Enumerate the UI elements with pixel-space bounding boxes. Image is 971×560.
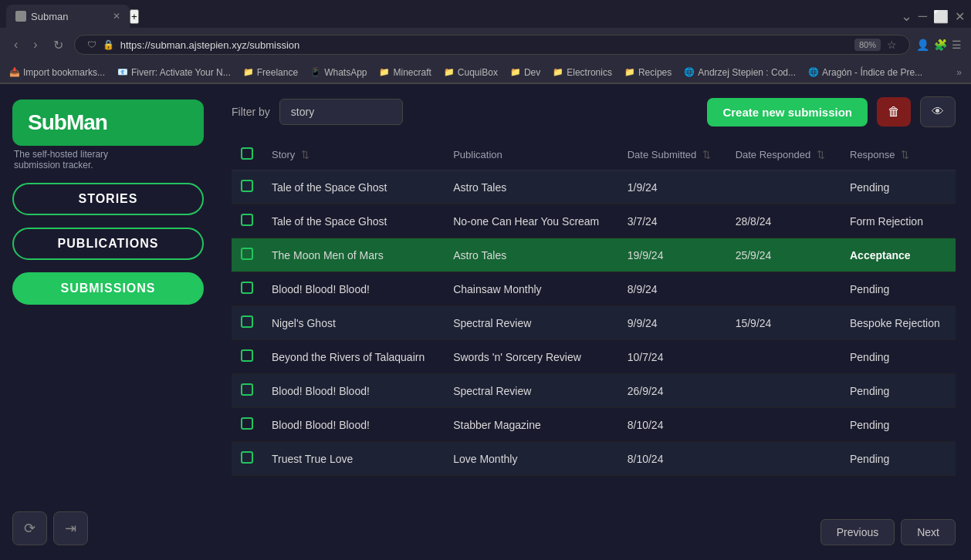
bookmark-aragon[interactable]: 🌐 Aragón - Índice de Pre...: [808, 67, 922, 78]
back-button[interactable]: ‹: [9, 35, 22, 55]
bookmark-fiverr[interactable]: 📧 Fiverr: Activate Your N...: [117, 67, 231, 78]
close-window-button[interactable]: ✕: [955, 9, 965, 24]
bookmark-label: Aragón - Índice de Pre...: [822, 67, 922, 78]
next-button[interactable]: Next: [901, 519, 956, 545]
row-checkbox[interactable]: [241, 383, 253, 396]
row-checkbox[interactable]: [241, 180, 253, 192]
col-header-date-responded[interactable]: Date Responded ⇅: [726, 140, 841, 170]
sidebar-item-publications[interactable]: PUBLICATIONS: [12, 228, 204, 260]
table-row[interactable]: Blood! Blood! Blood! Chainsaw Monthly 8/…: [232, 272, 956, 306]
aragon-icon: 🌐: [808, 67, 819, 77]
row-story: Beyond the Rivers of Talaquairn: [262, 340, 444, 374]
bookmark-minecraft[interactable]: 📁 Minecraft: [379, 67, 431, 78]
row-checkbox[interactable]: [241, 282, 253, 294]
table-row[interactable]: Blood! Blood! Blood! Spectral Review 26/…: [232, 374, 956, 408]
row-date-submitted: 8/10/24: [618, 408, 726, 442]
row-checkbox[interactable]: [241, 417, 253, 430]
row-response: Pending: [841, 408, 956, 442]
row-publication: Swords 'n' Sorcery Review: [444, 340, 618, 374]
tab-close-button[interactable]: ✕: [113, 11, 120, 22]
row-checkbox[interactable]: [241, 451, 253, 464]
table-row[interactable]: Tale of the Space Ghost No-one Can Hear …: [232, 204, 956, 238]
delete-button[interactable]: 🗑: [877, 97, 911, 127]
row-date-responded: 25/9/24: [726, 238, 841, 272]
row-checkbox[interactable]: [241, 214, 253, 226]
sidebar-item-stories[interactable]: STORIES: [12, 183, 204, 215]
bookmark-electronics[interactable]: 📁 Electronics: [553, 67, 612, 78]
date-responded-sort-icon: ⇅: [817, 149, 825, 160]
bookmark-dev[interactable]: 📁 Dev: [510, 67, 540, 78]
row-story: Blood! Blood! Blood!: [262, 272, 444, 306]
bookmark-label: Recipes: [638, 67, 672, 78]
table-row[interactable]: Beyond the Rivers of Talaquairn Swords '…: [232, 340, 956, 374]
table-row[interactable]: Truest True Love Love Monthly 8/10/24 Pe…: [232, 442, 956, 476]
create-submission-button[interactable]: Create new submission: [707, 98, 868, 127]
show-more-bookmarks[interactable]: »: [956, 67, 962, 78]
bookmark-label: Electronics: [567, 67, 612, 78]
submissions-table-container: Story ⇅ Publication Date Submitted ⇅ Dat…: [232, 140, 956, 510]
row-date-submitted: 8/10/24: [618, 442, 726, 476]
row-checkbox[interactable]: [241, 349, 253, 362]
sidebar-item-submissions[interactable]: SUBMISSIONS: [12, 272, 204, 305]
bookmark-freelance[interactable]: 📁 Freelance: [243, 67, 298, 78]
col-header-publication: Publication: [444, 140, 618, 170]
row-date-submitted: 19/9/24: [618, 238, 726, 272]
row-checkbox-cell: [232, 340, 262, 374]
reload-button[interactable]: ↻: [49, 35, 68, 56]
logo-tagline: The self-hosted literarysubmission track…: [12, 149, 204, 170]
row-story: Nigel's Ghost: [262, 306, 444, 340]
bookmark-star-icon[interactable]: ☆: [887, 39, 897, 51]
row-date-submitted: 8/9/24: [618, 272, 726, 306]
table-row[interactable]: Tale of the Space Ghost Astro Tales 1/9/…: [232, 170, 956, 204]
toolbar: Filter by Create new submission 🗑 👁: [232, 96, 956, 127]
delete-icon: 🗑: [888, 105, 900, 118]
row-date-submitted: 1/9/24: [618, 170, 726, 204]
row-publication: Love Monthly: [444, 442, 618, 476]
col-header-story[interactable]: Story ⇅: [262, 140, 444, 170]
table-row[interactable]: The Moon Men of Mars Astro Tales 19/9/24…: [232, 238, 956, 272]
bookmark-andrzej[interactable]: 🌐 Andrzej Stepien : Cod...: [684, 67, 796, 78]
address-bar[interactable]: 🛡 🔒 https://subman.ajstepien.xyz/submiss…: [74, 35, 910, 55]
settings-button[interactable]: ⟳: [12, 511, 47, 545]
row-story: Tale of the Space Ghost: [262, 204, 444, 238]
table-row[interactable]: Nigel's Ghost Spectral Review 9/9/24 15/…: [232, 306, 956, 340]
submissions-table: Story ⇅ Publication Date Submitted ⇅ Dat…: [232, 140, 956, 476]
story-sort-icon: ⇅: [301, 149, 310, 160]
select-all-checkbox[interactable]: [241, 147, 253, 160]
bookmarks-bar: 📥 Import bookmarks... 📧 Fiverr: Activate…: [0, 62, 971, 83]
tab-list-button[interactable]: ⌄: [901, 8, 912, 25]
filter-input[interactable]: [279, 99, 403, 125]
logout-button[interactable]: ⇥: [53, 511, 88, 545]
bookmark-label: CuquiBox: [458, 67, 498, 78]
browser-menu-icon[interactable]: ☰: [952, 39, 962, 51]
forward-button[interactable]: ›: [29, 35, 42, 55]
bookmark-label: Andrzej Stepien : Cod...: [698, 67, 796, 78]
col-header-response[interactable]: Response ⇅: [841, 140, 956, 170]
bookmark-recipes[interactable]: 📁 Recipes: [624, 67, 672, 78]
table-row[interactable]: Blood! Blood! Blood! Stabber Magazine 8/…: [232, 408, 956, 442]
active-tab[interactable]: Subman ✕: [6, 5, 130, 28]
row-date-responded: [726, 408, 841, 442]
new-tab-button[interactable]: +: [130, 9, 139, 24]
bookmark-import[interactable]: 📥 Import bookmarks...: [9, 67, 105, 78]
minimize-button[interactable]: ─: [919, 9, 927, 23]
row-checkbox-cell: [232, 374, 262, 408]
row-checkbox[interactable]: [241, 248, 253, 260]
row-publication: Astro Tales: [444, 238, 618, 272]
row-response: Pending: [841, 442, 956, 476]
eye-button[interactable]: 👁: [920, 96, 956, 127]
row-checkbox-cell: [232, 408, 262, 442]
row-checkbox[interactable]: [241, 315, 253, 328]
extensions-icon[interactable]: 🧩: [934, 39, 947, 51]
restore-button[interactable]: ⬜: [933, 9, 949, 24]
bookmark-cuquibox[interactable]: 📁 CuquiBox: [444, 67, 498, 78]
row-date-responded: 15/9/24: [726, 306, 841, 340]
firefox-account-icon[interactable]: 👤: [916, 39, 929, 51]
previous-button[interactable]: Previous: [820, 519, 895, 545]
bookmark-whatsapp[interactable]: 📱 WhatsApp: [310, 67, 367, 78]
row-checkbox-cell: [232, 442, 262, 476]
date-submitted-sort-icon: ⇅: [702, 149, 711, 160]
col-header-date-submitted[interactable]: Date Submitted ⇅: [618, 140, 726, 170]
eye-icon: 👁: [932, 105, 944, 118]
row-story: Truest True Love: [262, 442, 444, 476]
